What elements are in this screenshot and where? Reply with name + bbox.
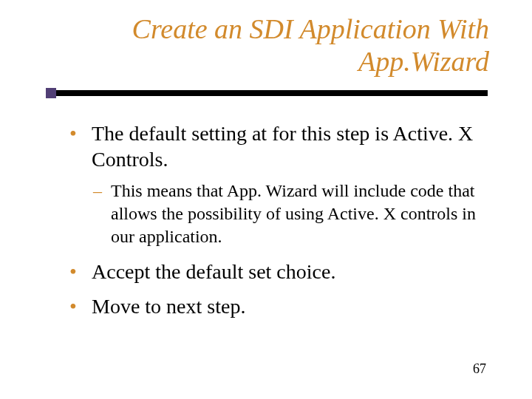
title-line-2: App.Wizard: [358, 46, 489, 77]
slide: Create an SDI Application With App.Wizar…: [0, 0, 532, 399]
slide-body: The default setting at for this step is …: [0, 98, 532, 318]
bullet-text: Accept the default set choice.: [92, 260, 335, 283]
title-rule: [0, 88, 532, 98]
rule-line: [56, 90, 488, 96]
page-number: 67: [473, 361, 486, 377]
bullet-item: Accept the default set choice.: [69, 259, 488, 284]
slide-title: Create an SDI Application With App.Wizar…: [0, 0, 532, 78]
bullet-list: The default setting at for this step is …: [69, 120, 488, 318]
bullet-item: Move to next step.: [69, 293, 488, 319]
sub-bullet-list: This means that App. Wizard will include…: [92, 180, 488, 248]
sub-bullet-item: This means that App. Wizard will include…: [92, 180, 488, 248]
bullet-item: The default setting at for this step is …: [69, 120, 488, 248]
bullet-text: Move to next step.: [92, 295, 245, 318]
sub-bullet-text: This means that App. Wizard will include…: [111, 181, 476, 245]
title-line-1: Create an SDI Application With: [132, 13, 489, 44]
bullet-text: The default setting at for this step is …: [92, 122, 473, 171]
rule-square-icon: [46, 88, 56, 98]
